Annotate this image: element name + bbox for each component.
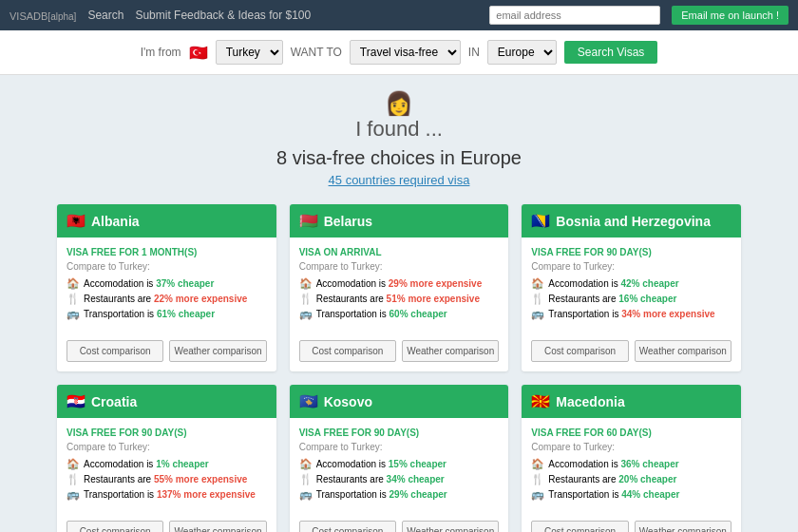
country-name: Belarus (324, 214, 372, 229)
cost-item: 🏠 Accomodation is 42% cheaper (531, 277, 732, 290)
country-name: Croatia (91, 394, 137, 409)
cost-item: 🚌 Transportation is 34% more expensive (531, 308, 732, 320)
cost-text: Transportation is 29% cheaper (316, 489, 447, 500)
compare-label: Compare to Turkey: (531, 261, 732, 272)
search-button[interactable]: Search (87, 9, 124, 22)
visa-type: VISA FREE FOR 1 Month(s) (66, 247, 267, 257)
weather-comparison-button[interactable]: Weather comparison (402, 521, 499, 532)
feedback-link[interactable]: Submit Feedback & Ideas for $100 (135, 9, 311, 22)
cost-text: Accomodation is 42% cheaper (548, 278, 678, 289)
compare-label: Compare to Turkey: (66, 261, 267, 272)
country-flag: 🇧🇾 (299, 212, 318, 230)
cost-value: 55% more expensive (154, 474, 247, 484)
cost-item: 🚌 Transportation is 61% cheaper (66, 308, 267, 320)
cost-comparison-button[interactable]: Cost comparison (299, 340, 396, 362)
cost-comparison-button[interactable]: Cost comparison (531, 340, 628, 362)
header: VISADB[alpha] Search Submit Feedback & I… (0, 0, 798, 30)
found-label: I found ... (355, 117, 443, 141)
cost-value: 37% cheaper (156, 278, 214, 289)
weather-comparison-button[interactable]: Weather comparison (635, 340, 732, 362)
card-footer: Cost comparison Weather comparison (290, 332, 509, 371)
visa-type: VISA FREE FOR 90 Day(s) (299, 428, 500, 438)
card-header: 🇭🇷 Croatia (57, 385, 276, 418)
turkey-flag: 🇹🇷 (189, 44, 208, 62)
card-body: VISA FREE FOR 60 Day(s) Compare to Turke… (522, 418, 741, 513)
cost-item: 🚌 Transportation is 60% cheaper (299, 308, 500, 320)
country-card: 🇦🇱 Albania VISA FREE FOR 1 Month(s) Comp… (57, 204, 276, 371)
cost-comparison-button[interactable]: Cost comparison (66, 340, 163, 362)
cost-value: 34% cheaper (387, 474, 445, 484)
country-card: 🇽🇰 Kosovo VISA FREE FOR 90 Day(s) Compar… (290, 385, 509, 532)
search-bar: I'm from 🇹🇷 Turkey WANT TO Travel visa-f… (0, 30, 798, 75)
from-label: I'm from (141, 46, 181, 59)
cost-icon: 🚌 (66, 308, 80, 320)
weather-comparison-button[interactable]: Weather comparison (169, 521, 266, 532)
cost-value: 42% cheaper (620, 278, 678, 289)
weather-comparison-button[interactable]: Weather comparison (169, 340, 266, 362)
weather-comparison-button[interactable]: Weather comparison (635, 521, 732, 532)
cost-item: 🏠 Accomodation is 36% cheaper (531, 458, 732, 470)
compare-label: Compare to Turkey: (299, 261, 500, 272)
cost-text: Transportation is 61% cheaper (84, 309, 215, 319)
cost-comparison-button[interactable]: Cost comparison (531, 521, 628, 532)
cost-text: Restaurants are 16% cheaper (548, 294, 676, 304)
main-content: 👩 I found ... 8 visa-free choices in Eur… (38, 75, 760, 532)
country-name: Macedonia (556, 394, 624, 409)
cost-item: 🚌 Transportation is 137% more expensive (66, 488, 267, 501)
card-footer: Cost comparison Weather comparison (290, 513, 509, 532)
card-footer: Cost comparison Weather comparison (522, 513, 741, 532)
country-flag: 🇭🇷 (66, 392, 86, 410)
cost-comparison-button[interactable]: Cost comparison (299, 521, 396, 532)
country-card: 🇲🇰 Macedonia VISA FREE FOR 60 Day(s) Com… (522, 385, 741, 532)
cost-item: 🏠 Accomodation is 15% cheaper (299, 458, 500, 470)
email-input[interactable] (489, 6, 660, 25)
region-select[interactable]: Europe (487, 40, 557, 65)
cost-icon: 🚌 (531, 488, 544, 501)
want-to-label: WANT TO (291, 46, 342, 59)
cost-text: Accomodation is 29% more expensive (316, 278, 483, 289)
country-flag: 🇦🇱 (66, 212, 86, 230)
cost-comparison-button[interactable]: Cost comparison (66, 521, 163, 532)
email-launch-button[interactable]: Email me on launch ! (672, 6, 788, 25)
cost-item: 🍴 Restaurants are 51% more expensive (299, 293, 500, 305)
compare-label: Compare to Turkey: (531, 442, 732, 452)
cost-item: 🍴 Restaurants are 20% cheaper (531, 473, 732, 485)
cost-value: 137% more expensive (157, 489, 256, 500)
cost-icon: 🍴 (299, 473, 313, 485)
count-subtitle: 8 visa-free choices in Europe (57, 147, 741, 169)
cost-icon: 🏠 (299, 277, 313, 290)
required-visa-link[interactable]: 45 countries required visa (57, 173, 741, 187)
cost-value: 1% cheaper (156, 459, 209, 469)
cost-icon: 🏠 (66, 277, 80, 290)
cost-value: 29% cheaper (390, 489, 447, 500)
cost-item: 🏠 Accomodation is 37% cheaper (66, 277, 267, 290)
cost-item: 🍴 Restaurants are 55% more expensive (66, 473, 267, 485)
from-country-select[interactable]: Turkey (216, 40, 283, 65)
avatar-icon: 👩 (57, 90, 741, 117)
search-visas-button[interactable]: Search Visas (564, 41, 657, 64)
cost-value: 61% cheaper (157, 309, 215, 319)
want-to-select[interactable]: Travel visa-free (350, 40, 461, 65)
cost-text: Transportation is 34% more expensive (548, 309, 714, 319)
visa-type: VISA FREE FOR 90 Day(s) (531, 247, 732, 257)
weather-comparison-button[interactable]: Weather comparison (402, 340, 499, 362)
cost-value: 60% cheaper (390, 309, 447, 319)
card-body: VISA FREE FOR 1 Month(s) Compare to Turk… (57, 238, 276, 332)
cost-icon: 🏠 (531, 277, 544, 290)
card-header: 🇽🇰 Kosovo (290, 385, 509, 418)
card-body: VISA FREE FOR 90 Day(s) Compare to Turke… (522, 238, 741, 332)
country-name: Bosnia and Herzegovina (556, 214, 711, 229)
cost-value: 36% cheaper (620, 459, 678, 469)
cost-value: 44% cheaper (621, 489, 679, 500)
cost-icon: 🍴 (299, 293, 313, 305)
cost-item: 🍴 Restaurants are 22% more expensive (66, 293, 267, 305)
cost-text: Accomodation is 36% cheaper (548, 459, 678, 469)
cost-icon: 🚌 (299, 308, 313, 320)
compare-label: Compare to Turkey: (66, 442, 267, 452)
cost-icon: 🏠 (299, 458, 313, 470)
country-name: Kosovo (324, 394, 372, 409)
cost-icon: 🏠 (531, 458, 544, 470)
cost-text: Accomodation is 15% cheaper (316, 459, 446, 469)
card-footer: Cost comparison Weather comparison (57, 513, 276, 532)
cost-text: Restaurants are 34% cheaper (316, 474, 445, 484)
